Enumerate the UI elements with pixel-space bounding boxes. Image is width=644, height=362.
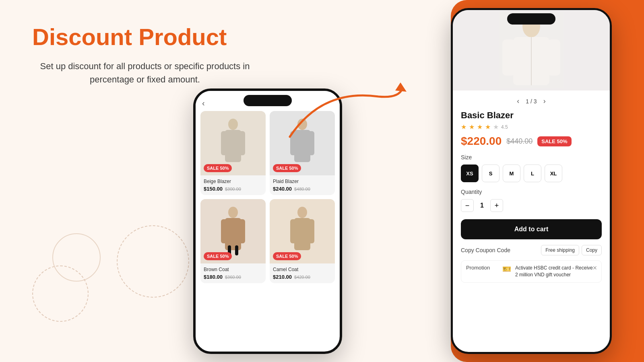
quantity-decrease[interactable]: − bbox=[461, 199, 474, 212]
phone-right-content: ‹ 1 / 3 › Basic Blazer ★ ★ ★ ★ ★ 4.5 bbox=[453, 10, 610, 352]
product-info-4: Camel Coat $210.00 $420.00 bbox=[270, 263, 335, 283]
svg-marker-0 bbox=[395, 82, 407, 92]
next-arrow[interactable]: › bbox=[543, 97, 546, 105]
product-image-4: SALE 50% bbox=[270, 199, 335, 263]
product-card-3[interactable]: SALE 50% Brown Coat $180.00 $360.00 bbox=[200, 199, 266, 283]
star-5: ★ bbox=[493, 123, 499, 131]
price-original-3: $360.00 bbox=[225, 275, 241, 280]
svg-rect-23 bbox=[547, 39, 560, 76]
promotion-row: Promotion 🎫 Activate HSBC credit card - … bbox=[461, 260, 602, 283]
add-to-cart-button[interactable]: Add to cart bbox=[461, 219, 602, 239]
product-prices-1: $150.00 $300.00 bbox=[204, 186, 262, 192]
product-detail-body: ‹ 1 / 3 › Basic Blazer ★ ★ ★ ★ ★ 4.5 bbox=[453, 90, 610, 289]
svg-rect-22 bbox=[502, 39, 515, 76]
phone-notch-right bbox=[507, 13, 555, 25]
coat-figure-1 bbox=[219, 117, 247, 169]
product-prices-3: $180.00 $360.00 bbox=[204, 274, 262, 280]
promotion-label: Promotion bbox=[466, 265, 498, 271]
svg-rect-11 bbox=[221, 219, 227, 243]
quantity-increase[interactable]: + bbox=[490, 199, 503, 212]
page-subtitle: Set up discount for all products or spec… bbox=[32, 60, 258, 86]
phone-right: ‹ 1 / 3 › Basic Blazer ★ ★ ★ ★ ★ 4.5 bbox=[451, 8, 612, 354]
product-name-detail: Basic Blazer bbox=[461, 110, 602, 121]
sale-badge-3: SALE 50% bbox=[204, 252, 232, 260]
size-selector: XS S M L XL bbox=[461, 165, 602, 182]
svg-rect-4 bbox=[239, 131, 245, 155]
product-prices-2: $240.00 $480.00 bbox=[273, 186, 332, 192]
svg-point-15 bbox=[297, 207, 307, 218]
deco-circle-3 bbox=[32, 265, 89, 322]
size-l[interactable]: L bbox=[524, 165, 541, 182]
back-icon[interactable]: ‹ bbox=[202, 99, 205, 108]
pagination-indicator: 1 / 3 bbox=[526, 98, 537, 105]
sale-badge-4: SALE 50% bbox=[273, 252, 301, 260]
size-xs[interactable]: XS bbox=[461, 165, 479, 182]
price-original-1: $300.00 bbox=[225, 187, 241, 191]
size-s[interactable]: S bbox=[482, 165, 500, 182]
price-current-1: $150.00 bbox=[204, 186, 223, 192]
product-name-3: Brown Coat bbox=[204, 267, 262, 272]
product-card-1[interactable]: SALE 50% Beige Blazer $150.00 $300.00 bbox=[200, 111, 266, 195]
svg-rect-14 bbox=[235, 245, 238, 255]
price-original-2: $480.00 bbox=[294, 187, 310, 191]
size-section-label: Size bbox=[461, 154, 602, 160]
coupon-row: Copy Coupon Code Free shipping Copy bbox=[461, 245, 602, 255]
star-4: ★ bbox=[485, 123, 491, 131]
product-info-2: Plaid Blazer $240.00 $480.00 bbox=[270, 175, 335, 195]
price-current-2: $240.00 bbox=[273, 186, 292, 192]
sale-tag: SALE 50% bbox=[537, 136, 571, 146]
quantity-value: 1 bbox=[480, 202, 484, 209]
price-original-4: $420.00 bbox=[294, 275, 310, 280]
svg-point-1 bbox=[228, 119, 238, 130]
promotion-close[interactable]: ✕ bbox=[592, 265, 597, 271]
product-name-4: Camel Coat bbox=[273, 267, 332, 272]
svg-point-9 bbox=[228, 207, 238, 218]
product-info-1: Beige Blazer $150.00 $300.00 bbox=[200, 175, 266, 195]
svg-rect-18 bbox=[308, 219, 314, 243]
price-row: $220.00 $440.00 SALE 50% bbox=[461, 135, 602, 148]
price-main: $220.00 bbox=[461, 135, 502, 148]
sale-badge-2: SALE 50% bbox=[273, 164, 301, 172]
price-current-3: $180.00 bbox=[204, 274, 223, 280]
product-image-1: SALE 50% bbox=[200, 111, 266, 175]
sale-badge-1: SALE 50% bbox=[204, 164, 232, 172]
deco-circle-2 bbox=[117, 225, 189, 298]
promotion-text: Activate HSBC credit card - Receive 2 mi… bbox=[515, 265, 597, 278]
prev-arrow[interactable]: ‹ bbox=[517, 97, 519, 105]
arrow-decoration bbox=[282, 64, 411, 145]
svg-rect-3 bbox=[221, 131, 227, 155]
coat-figure-4 bbox=[288, 205, 316, 257]
pagination-row: ‹ 1 / 3 › bbox=[461, 97, 602, 105]
coupon-code: Free shipping bbox=[541, 245, 579, 255]
price-current-4: $210.00 bbox=[273, 274, 292, 280]
star-1: ★ bbox=[461, 123, 466, 131]
left-content-area: Discount Product Set up discount for all… bbox=[32, 24, 258, 86]
star-3: ★ bbox=[477, 123, 483, 131]
quantity-row: − 1 + bbox=[461, 199, 602, 212]
product-image-3: SALE 50% bbox=[200, 199, 266, 263]
product-name-1: Beige Blazer bbox=[204, 179, 262, 184]
product-card-4[interactable]: SALE 50% Camel Coat $210.00 $420.00 bbox=[270, 199, 335, 283]
promotion-icon: 🎫 bbox=[502, 265, 511, 274]
price-original-detail: $440.00 bbox=[506, 137, 533, 146]
size-m[interactable]: M bbox=[503, 165, 520, 182]
stars-row: ★ ★ ★ ★ ★ 4.5 bbox=[461, 123, 602, 131]
coupon-section-label: Copy Coupon Code bbox=[461, 247, 510, 253]
svg-rect-12 bbox=[239, 219, 245, 243]
svg-rect-17 bbox=[290, 219, 297, 243]
product-info-3: Brown Coat $180.00 $360.00 bbox=[200, 263, 266, 283]
star-2: ★ bbox=[469, 123, 475, 131]
coupon-right: Free shipping Copy bbox=[541, 245, 602, 255]
copy-coupon-button[interactable]: Copy bbox=[582, 245, 602, 255]
product-name-2: Plaid Blazer bbox=[273, 179, 332, 184]
page-title: Discount Product bbox=[32, 24, 258, 50]
product-prices-4: $210.00 $420.00 bbox=[273, 274, 332, 280]
rating-number: 4.5 bbox=[501, 124, 508, 130]
size-xl[interactable]: XL bbox=[545, 165, 562, 182]
quantity-section-label: Quantity bbox=[461, 189, 602, 195]
coat-figure-3 bbox=[219, 205, 247, 257]
